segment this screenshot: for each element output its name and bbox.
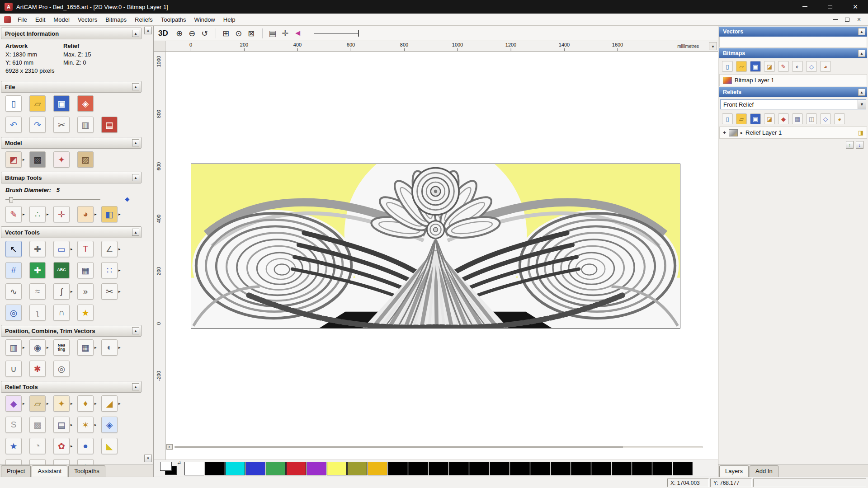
mdi-minimize-button[interactable] (832, 16, 839, 23)
palette-swatch[interactable] (184, 462, 204, 475)
distort-vectors-icon[interactable]: ʅ (29, 305, 46, 321)
slider-track[interactable] (5, 199, 100, 200)
bitmap-contrast-icon[interactable]: ◐ (792, 61, 803, 72)
palette-swatch[interactable] (307, 462, 326, 475)
palette-swatch[interactable] (449, 462, 469, 475)
tab-layers[interactable]: Layers (719, 465, 749, 477)
open-model-icon[interactable]: ▱ (29, 95, 46, 112)
palette-swatch[interactable] (347, 462, 367, 475)
paint-brush-icon[interactable]: ✎ (5, 206, 22, 222)
collapse-section-button[interactable]: ▲ (132, 327, 139, 334)
tab-assistant[interactable]: Assistant (32, 465, 67, 477)
artwork-bitmap[interactable] (191, 164, 680, 328)
create-spiral-icon[interactable]: ◎ (53, 361, 70, 377)
flyout-arrow-icon[interactable]: ▸ (118, 345, 121, 350)
collapse-section-button[interactable]: ▲ (132, 30, 139, 37)
block-copy-icon[interactable]: ▦ (77, 339, 94, 356)
minimize-button[interactable] (792, 0, 817, 14)
dome-relief-icon[interactable]: ● (77, 438, 94, 454)
flood-fill-icon[interactable]: ◧ (101, 206, 118, 222)
palette-swatch[interactable] (591, 462, 611, 475)
star-relief-icon[interactable]: ★ (5, 438, 22, 454)
relief-select[interactable]: Front Relief ▼ (720, 99, 866, 109)
create-text-icon[interactable]: T (77, 241, 94, 257)
group-vectors-icon[interactable]: ◐ (101, 339, 118, 356)
select-vectors-icon[interactable]: ↖ (5, 241, 22, 257)
weld-vectors-icon[interactable]: ✱ (29, 361, 46, 377)
palette-swatch[interactable] (225, 462, 245, 475)
menu-item-help[interactable]: Help (219, 14, 240, 25)
flyout-arrow-icon[interactable]: ▸ (71, 247, 73, 251)
flyout-arrow-icon[interactable]: ▸ (94, 422, 97, 427)
open-bitmap-layer-icon[interactable]: ▱ (736, 61, 747, 72)
relief-grid-icon[interactable]: ▦ (29, 459, 46, 465)
flyout-arrow-icon[interactable]: ▸ (71, 444, 73, 448)
smooth-curve-icon[interactable]: S (5, 417, 22, 433)
zoom-previous-icon[interactable]: ↺ (199, 28, 211, 39)
offset-relief-icon[interactable]: ▤ (53, 417, 70, 433)
bitmap-colours-icon[interactable]: ◪ (764, 61, 775, 72)
flyout-arrow-icon[interactable]: ▸ (118, 289, 121, 294)
align-vectors-icon[interactable]: ▥ (5, 339, 22, 356)
flyout-arrow-icon[interactable]: ▸ (71, 289, 73, 294)
flyout-arrow-icon[interactable]: ▸ (23, 401, 25, 406)
colour-palette-icon[interactable]: ◕ (77, 206, 94, 222)
mdi-close-button[interactable]: × (855, 16, 863, 23)
cut-icon[interactable]: ✂ (53, 117, 70, 133)
maximize-button[interactable] (817, 0, 843, 14)
flyout-arrow-icon[interactable]: ▸ (94, 212, 97, 216)
measure-tool-icon[interactable]: ∠ (101, 241, 118, 257)
snap-to-grid-icon[interactable]: # (5, 262, 22, 278)
palette-swatch[interactable] (652, 462, 672, 475)
relief-colour-icon[interactable]: ◪ (764, 113, 775, 124)
move-layer-up-button[interactable]: ↑ (846, 141, 854, 149)
collapse-section-button[interactable]: ▲ (132, 229, 139, 236)
close-button[interactable]: × (843, 0, 868, 14)
bitmap-layer-item[interactable]: Bitmap Layer 1 (719, 74, 867, 86)
menu-item-reliefs[interactable]: Reliefs (131, 14, 157, 25)
palette-swatch[interactable] (429, 462, 448, 475)
collapse-section-button[interactable]: ▲ (858, 28, 865, 35)
palette-swatch[interactable] (266, 462, 286, 475)
copy-icon[interactable]: ▥ (77, 117, 94, 133)
circular-copy-icon[interactable]: ◉ (29, 339, 46, 356)
move-layer-down-button[interactable]: ↓ (856, 141, 863, 149)
menu-item-bitmaps[interactable]: Bitmaps (101, 14, 131, 25)
palette-swatch[interactable] (469, 462, 489, 475)
zoom-in-icon[interactable]: ⊕ (174, 28, 185, 39)
zoom-out-icon[interactable]: ⊖ (186, 28, 198, 39)
face-wizard-icon[interactable]: ◔ (29, 438, 46, 454)
palette-swatch[interactable] (612, 462, 632, 475)
relief-properties-icon[interactable]: ▦ (792, 113, 803, 124)
flyout-arrow-icon[interactable]: ▸ (118, 268, 121, 272)
palette-swatch[interactable] (408, 462, 428, 475)
node-editing-icon[interactable]: ✚ (29, 262, 46, 278)
trim-vectors-icon[interactable]: ✂ (101, 283, 118, 300)
draw-bitmap-icon[interactable]: ✎ (778, 61, 789, 72)
relief-layer-item[interactable]: + ▸ Relief Layer 1 ◨ (719, 127, 867, 139)
palette-swatch[interactable] (530, 462, 550, 475)
palette-swatch[interactable] (388, 462, 408, 475)
slider-handle[interactable] (9, 197, 13, 202)
zoom-window-icon[interactable]: ⊞ (220, 28, 232, 39)
palette-swatch[interactable] (327, 462, 347, 475)
load-texture-image-icon[interactable]: ▨ (77, 151, 94, 168)
menu-item-file[interactable]: File (14, 14, 31, 25)
flyout-arrow-icon[interactable]: ▸ (94, 345, 97, 350)
layer-edit-icon[interactable]: ◨ (858, 129, 863, 136)
join-vectors-icon[interactable]: ∪ (5, 361, 22, 377)
palette-swatch[interactable] (571, 462, 591, 475)
menu-item-vectors[interactable]: Vectors (74, 14, 101, 25)
colour-picker-icon[interactable]: ✛ (53, 206, 70, 222)
set-model-size-icon[interactable]: ◩ (5, 151, 22, 168)
flyout-arrow-icon[interactable]: ▸ (23, 157, 25, 162)
primary-colour-swatch[interactable] (160, 462, 172, 471)
palette-swatch[interactable] (205, 462, 225, 475)
import-export-model-icon[interactable]: ◈ (77, 95, 94, 112)
relief-blend-icon[interactable]: ◑ (53, 459, 70, 465)
paint-selective-icon[interactable]: ∴ (29, 206, 46, 222)
palette-swatch[interactable] (490, 462, 509, 475)
flyout-arrow-icon[interactable]: ▸ (94, 401, 97, 406)
undo-icon[interactable]: ↶ (5, 117, 22, 133)
redo-icon[interactable]: ↷ (29, 117, 46, 133)
